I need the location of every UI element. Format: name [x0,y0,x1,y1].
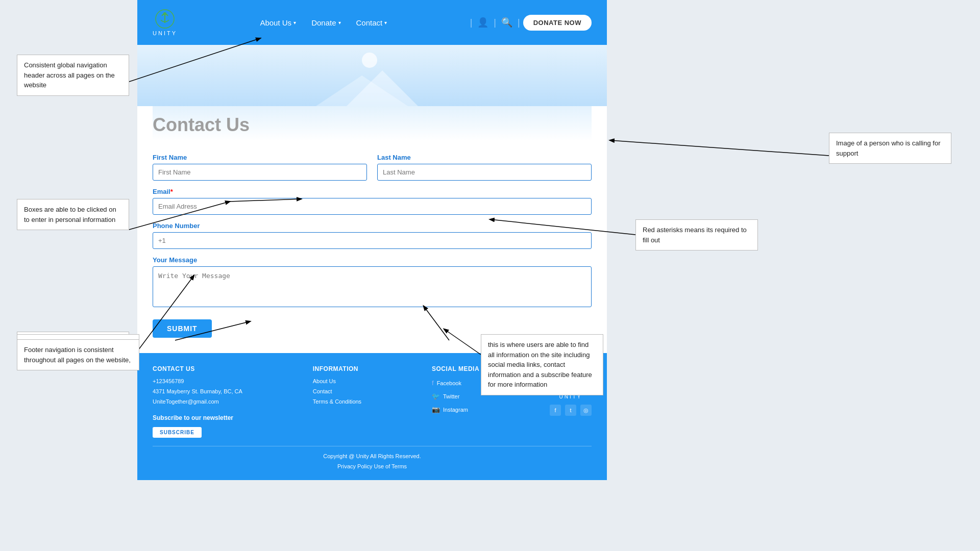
logo-text: UNITY [153,30,177,36]
phone-group: Phone Number [153,222,592,249]
info-heading: INFORMATION [313,365,361,372]
page-title-area: Contact Us [137,106,607,143]
footer-nav-annotation: Footer navigation is consistent througho… [17,339,139,370]
submit-button[interactable]: SUBMIT [153,319,212,338]
email-label: Email* [153,188,592,195]
nav-contact[interactable]: Contact ▾ [351,15,393,30]
donate-now-button[interactable]: DONATE NOW [523,15,592,31]
twitter-icon: 🐦 [432,390,440,403]
svg-line-4 [610,140,829,156]
first-name-label: First Name [153,154,367,161]
nav-donate[interactable]: Donate ▾ [306,15,346,30]
message-label: Your Message [153,256,592,264]
facebook-link[interactable]: f Facebook [432,377,479,390]
footer-info-annotation: this is where users are able to find all… [481,334,603,395]
name-row: First Name Last Name [153,154,592,181]
phone-row: Phone Number [153,222,592,249]
footer-contact-col: CONTACT US +123456789 4371 Mayberry St. … [153,365,242,438]
instagram-icon: 📷 [432,403,440,416]
footer-fb-icon[interactable]: f [550,405,561,416]
chevron-down-icon: ▾ [384,20,387,26]
hero-mountain [296,65,449,106]
phone-input[interactable] [153,232,592,249]
subscribe-text: Subscribe to our newsletter [153,413,242,424]
social-heading: SOCIAL MEDIA [432,365,479,372]
last-name-input[interactable] [377,164,592,181]
message-textarea[interactable] [153,266,592,307]
user-icon[interactable]: 👤 [475,17,491,28]
svg-point-10 [163,12,166,15]
footer-social-icons: f t ◎ [550,405,592,416]
last-name-label: Last Name [377,154,592,161]
message-row: Your Message [153,256,592,307]
search-icon[interactable]: 🔍 [499,17,514,28]
site-header: UNITY About Us ▾ Donate ▾ Contact ▾ | 👤 … [137,0,607,45]
nav-annotation: Consistent global navigation header acro… [17,55,129,96]
chevron-down-icon: ▾ [293,20,296,26]
chevron-down-icon: ▾ [338,20,341,26]
footer-ig-icon[interactable]: ◎ [580,405,592,416]
copyright-text: Copyright @ Unity All Rights Reserved. [153,452,592,462]
privacy-text: Privacy Policy Use of Terms [153,462,592,472]
facebook-icon: f [432,377,434,390]
footer-address: 4371 Mayberry St. Burnaby, BC, CA [153,387,242,397]
subscribe-section: Subscribe to our newsletter SUBSCRIBE [153,413,242,438]
email-group: Email* [153,188,592,215]
footer-info-col: INFORMATION About Us Contact Terms & Con… [313,365,361,438]
footer-contact-link[interactable]: Contact [313,387,361,397]
first-name-group: First Name [153,154,367,181]
contact-heading: CONTACT US [153,365,242,372]
subscribe-button[interactable]: SUBSCRIBE [153,427,202,438]
footer-bottom: Copyright @ Unity All Rights Reserved. P… [153,446,592,472]
page-title: Contact Us [153,106,592,141]
footer-about-link[interactable]: About Us [313,377,361,387]
support-image-annotation: Image of a person who is calling for sup… [829,133,951,164]
nav-about[interactable]: About Us ▾ [255,15,301,30]
footer-tw-icon[interactable]: t [565,405,576,416]
asterisk-annotation: Red asterisks means its required to fill… [635,219,758,251]
email-row: Email* [153,188,592,215]
footer-terms-link[interactable]: Terms & Conditions [313,397,361,407]
first-name-input[interactable] [153,164,367,181]
footer-social-col: SOCIAL MEDIA f Facebook 🐦 Twitter 📷 Inst… [432,365,479,438]
phone-label: Phone Number [153,222,592,230]
website-container: UNITY About Us ▾ Donate ▾ Contact ▾ | 👤 … [137,0,607,480]
instagram-link[interactable]: 📷 Instagram [432,403,479,416]
last-name-group: Last Name [377,154,592,181]
twitter-link[interactable]: 🐦 Twitter [432,390,479,403]
main-nav: About Us ▾ Donate ▾ Contact ▾ [255,15,392,30]
footer-email: UniteTogether@gmail.com [153,397,242,407]
logo[interactable]: UNITY [153,9,177,36]
contact-form-section: First Name Last Name Email* Phone Number [137,143,607,353]
footer-phone: +123456789 [153,377,242,387]
form-annotation: Boxes are able to be clicked on to enter… [17,199,129,230]
email-input[interactable] [153,198,592,215]
header-actions: | 👤 | 🔍 | DONATE NOW [470,15,592,31]
message-group: Your Message [153,256,592,307]
hero-area [137,45,607,106]
